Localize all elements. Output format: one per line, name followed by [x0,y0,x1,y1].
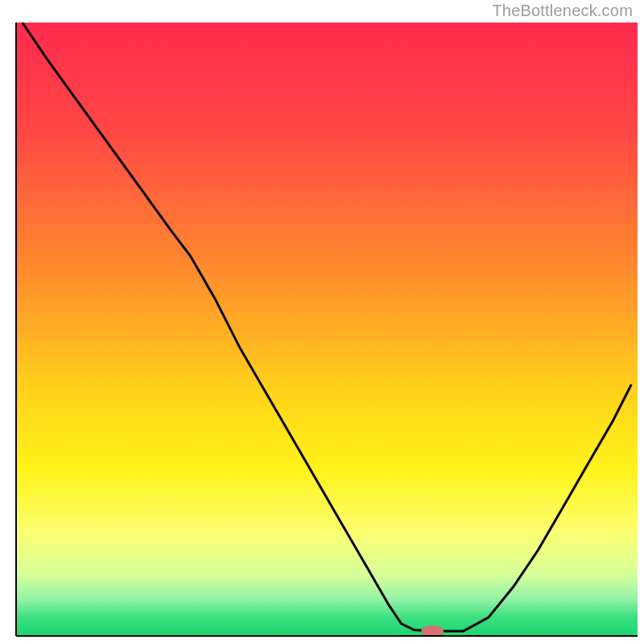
plot-area [16,23,638,637]
plot-background [16,23,638,636]
chart-frame: TheBottleneck.com [0,0,644,644]
optimal-marker [421,625,444,637]
bottleneck-chart [0,0,644,644]
